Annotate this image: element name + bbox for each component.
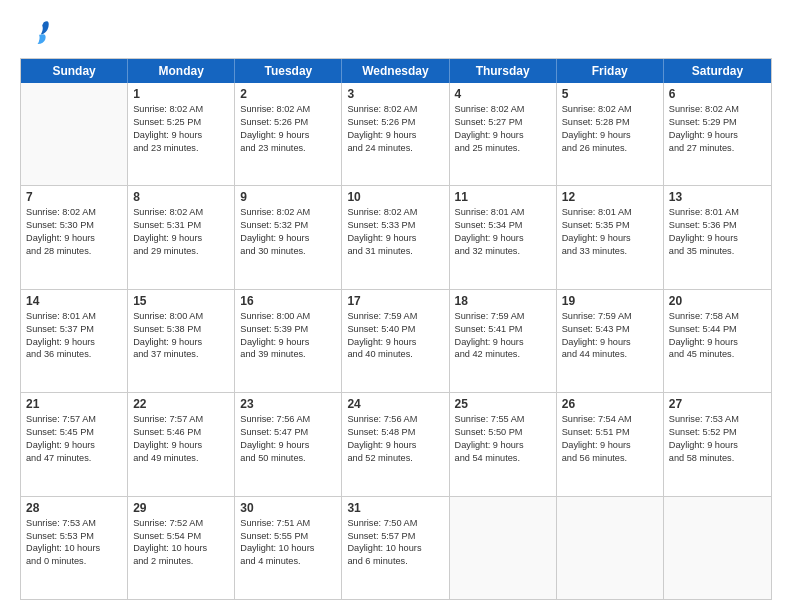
- cell-line: Daylight: 9 hours: [562, 232, 658, 245]
- cell-line: Sunrise: 7:56 AM: [240, 413, 336, 426]
- cell-line: Sunrise: 7:52 AM: [133, 517, 229, 530]
- day-number: 31: [347, 501, 443, 515]
- cell-line: Daylight: 9 hours: [562, 439, 658, 452]
- cell-line: Daylight: 9 hours: [240, 129, 336, 142]
- cell-line: Daylight: 9 hours: [347, 439, 443, 452]
- cell-line: Sunset: 5:26 PM: [347, 116, 443, 129]
- cell-line: Sunrise: 7:58 AM: [669, 310, 766, 323]
- calendar-header-cell: Wednesday: [342, 59, 449, 83]
- cell-line: and 42 minutes.: [455, 348, 551, 361]
- cell-line: Sunset: 5:48 PM: [347, 426, 443, 439]
- cell-line: Daylight: 9 hours: [240, 439, 336, 452]
- cell-line: Sunrise: 8:01 AM: [26, 310, 122, 323]
- cell-line: Sunrise: 8:02 AM: [133, 206, 229, 219]
- cell-line: Sunset: 5:28 PM: [562, 116, 658, 129]
- day-number: 10: [347, 190, 443, 204]
- calendar-cell: 2Sunrise: 8:02 AMSunset: 5:26 PMDaylight…: [235, 83, 342, 185]
- cell-line: Sunrise: 8:02 AM: [133, 103, 229, 116]
- day-number: 7: [26, 190, 122, 204]
- calendar-cell: [450, 497, 557, 599]
- day-number: 17: [347, 294, 443, 308]
- cell-line: Sunset: 5:38 PM: [133, 323, 229, 336]
- cell-line: and 6 minutes.: [347, 555, 443, 568]
- cell-line: Sunrise: 7:50 AM: [347, 517, 443, 530]
- cell-line: and 47 minutes.: [26, 452, 122, 465]
- calendar-cell: 29Sunrise: 7:52 AMSunset: 5:54 PMDayligh…: [128, 497, 235, 599]
- cell-line: Sunrise: 7:59 AM: [455, 310, 551, 323]
- cell-line: and 31 minutes.: [347, 245, 443, 258]
- calendar-cell: 6Sunrise: 8:02 AMSunset: 5:29 PMDaylight…: [664, 83, 771, 185]
- cell-line: and 32 minutes.: [455, 245, 551, 258]
- cell-line: Sunrise: 8:02 AM: [26, 206, 122, 219]
- cell-line: Daylight: 9 hours: [455, 439, 551, 452]
- calendar-cell: [557, 497, 664, 599]
- cell-line: Daylight: 9 hours: [133, 129, 229, 142]
- cell-line: Sunset: 5:55 PM: [240, 530, 336, 543]
- cell-line: Sunset: 5:34 PM: [455, 219, 551, 232]
- cell-line: and 56 minutes.: [562, 452, 658, 465]
- cell-line: and 52 minutes.: [347, 452, 443, 465]
- cell-line: Daylight: 9 hours: [240, 232, 336, 245]
- day-number: 4: [455, 87, 551, 101]
- cell-line: and 26 minutes.: [562, 142, 658, 155]
- cell-line: and 36 minutes.: [26, 348, 122, 361]
- cell-line: Sunrise: 7:59 AM: [562, 310, 658, 323]
- cell-line: Sunrise: 8:02 AM: [455, 103, 551, 116]
- cell-line: Daylight: 9 hours: [240, 336, 336, 349]
- cell-line: Sunset: 5:39 PM: [240, 323, 336, 336]
- calendar-cell: [664, 497, 771, 599]
- calendar-week: 21Sunrise: 7:57 AMSunset: 5:45 PMDayligh…: [21, 393, 771, 496]
- cell-line: Sunset: 5:41 PM: [455, 323, 551, 336]
- cell-line: Sunset: 5:30 PM: [26, 219, 122, 232]
- calendar-cell: 15Sunrise: 8:00 AMSunset: 5:38 PMDayligh…: [128, 290, 235, 392]
- calendar-cell: 30Sunrise: 7:51 AMSunset: 5:55 PMDayligh…: [235, 497, 342, 599]
- cell-line: Sunset: 5:29 PM: [669, 116, 766, 129]
- day-number: 13: [669, 190, 766, 204]
- logo-icon: [22, 16, 50, 44]
- day-number: 27: [669, 397, 766, 411]
- cell-line: Sunrise: 7:53 AM: [26, 517, 122, 530]
- cell-line: Sunset: 5:50 PM: [455, 426, 551, 439]
- calendar-cell: 23Sunrise: 7:56 AMSunset: 5:47 PMDayligh…: [235, 393, 342, 495]
- cell-line: Sunset: 5:44 PM: [669, 323, 766, 336]
- day-number: 24: [347, 397, 443, 411]
- cell-line: Sunrise: 7:57 AM: [133, 413, 229, 426]
- calendar-cell: 28Sunrise: 7:53 AMSunset: 5:53 PMDayligh…: [21, 497, 128, 599]
- cell-line: Daylight: 9 hours: [669, 336, 766, 349]
- cell-line: Sunrise: 8:01 AM: [455, 206, 551, 219]
- cell-line: and 35 minutes.: [669, 245, 766, 258]
- calendar-cell: 18Sunrise: 7:59 AMSunset: 5:41 PMDayligh…: [450, 290, 557, 392]
- cell-line: Sunset: 5:26 PM: [240, 116, 336, 129]
- cell-line: and 4 minutes.: [240, 555, 336, 568]
- calendar-week: 28Sunrise: 7:53 AMSunset: 5:53 PMDayligh…: [21, 497, 771, 599]
- cell-line: Daylight: 9 hours: [669, 232, 766, 245]
- cell-line: Sunrise: 7:55 AM: [455, 413, 551, 426]
- calendar-cell: 10Sunrise: 8:02 AMSunset: 5:33 PMDayligh…: [342, 186, 449, 288]
- calendar-cell: [21, 83, 128, 185]
- calendar-cell: 24Sunrise: 7:56 AMSunset: 5:48 PMDayligh…: [342, 393, 449, 495]
- day-number: 26: [562, 397, 658, 411]
- day-number: 5: [562, 87, 658, 101]
- calendar-body: 1Sunrise: 8:02 AMSunset: 5:25 PMDaylight…: [21, 83, 771, 599]
- day-number: 8: [133, 190, 229, 204]
- cell-line: Daylight: 10 hours: [26, 542, 122, 555]
- calendar-cell: 5Sunrise: 8:02 AMSunset: 5:28 PMDaylight…: [557, 83, 664, 185]
- cell-line: Sunset: 5:27 PM: [455, 116, 551, 129]
- calendar-header-cell: Tuesday: [235, 59, 342, 83]
- calendar-cell: 4Sunrise: 8:02 AMSunset: 5:27 PMDaylight…: [450, 83, 557, 185]
- cell-line: Daylight: 9 hours: [133, 232, 229, 245]
- day-number: 23: [240, 397, 336, 411]
- cell-line: Sunrise: 7:56 AM: [347, 413, 443, 426]
- cell-line: Sunrise: 8:02 AM: [347, 206, 443, 219]
- cell-line: Daylight: 9 hours: [26, 232, 122, 245]
- logo: [20, 16, 50, 48]
- cell-line: Sunrise: 8:00 AM: [133, 310, 229, 323]
- cell-line: and 25 minutes.: [455, 142, 551, 155]
- calendar-cell: 7Sunrise: 8:02 AMSunset: 5:30 PMDaylight…: [21, 186, 128, 288]
- cell-line: and 45 minutes.: [669, 348, 766, 361]
- cell-line: Sunset: 5:36 PM: [669, 219, 766, 232]
- cell-line: and 50 minutes.: [240, 452, 336, 465]
- cell-line: Daylight: 9 hours: [347, 336, 443, 349]
- day-number: 12: [562, 190, 658, 204]
- calendar: SundayMondayTuesdayWednesdayThursdayFrid…: [20, 58, 772, 600]
